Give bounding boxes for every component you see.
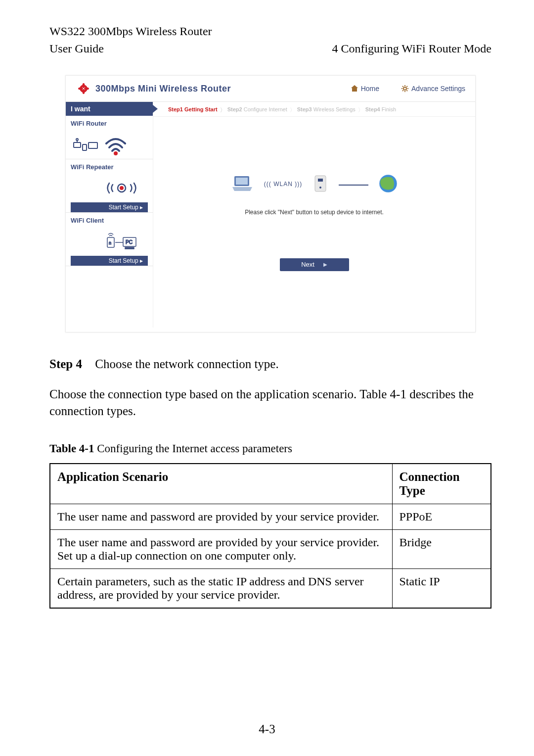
- svg-point-16: [120, 186, 124, 190]
- wifi-router-label: WiFi Router: [71, 120, 148, 127]
- wlan-text: ((( WLAN ))): [264, 181, 302, 188]
- paragraph: Choose the connection type based on the …: [49, 386, 491, 420]
- svg-rect-26: [318, 179, 323, 182]
- table-row: The user name and password are provided …: [50, 504, 491, 529]
- svg-point-13: [76, 139, 78, 141]
- svg-text:PC: PC: [126, 239, 133, 245]
- start-setup-repeater[interactable]: Start Setup ▸: [71, 202, 148, 212]
- guide-label: User Guide: [49, 42, 104, 55]
- sidebar-mode-wifi-router[interactable]: WiFi Router: [66, 116, 153, 159]
- chevron-right-icon: ▶: [323, 258, 327, 271]
- wifi-client-label: WiFi Client: [71, 217, 148, 224]
- topology-illustration: ((( WLAN ))): [230, 174, 398, 195]
- start-setup-label: Start Setup ▸: [109, 257, 143, 264]
- instruction-text: Please click "Next" button to setup devi…: [245, 209, 384, 216]
- table-header-scenario: Application Scenario: [50, 464, 392, 504]
- wifi-repeater-label: WiFi Repeater: [71, 163, 148, 171]
- advance-settings-label: Advance Settings: [411, 85, 465, 93]
- next-button[interactable]: Next ▶: [280, 258, 349, 271]
- sidebar-mode-wifi-client[interactable]: WiFi Client nPC Start Setup ▸: [66, 213, 153, 266]
- connection-line-icon: [339, 181, 368, 188]
- client-icon: nPC: [98, 232, 143, 251]
- router-ui-screenshot: 300Mbps Mini Wireless Router Home Advanc…: [65, 75, 476, 332]
- huawei-logo-icon: [78, 83, 89, 94]
- sidebar-mode-wifi-repeater[interactable]: WiFi Repeater Start Setup ▸: [66, 159, 153, 213]
- svg-rect-25: [315, 176, 326, 191]
- chapter-label: 4 Configuring WiFi Router Mode: [332, 42, 491, 55]
- svg-point-27: [319, 187, 321, 189]
- wizard-step-2[interactable]: Step2 Configure Internet: [222, 106, 292, 112]
- home-link[interactable]: Home: [351, 85, 379, 93]
- step-label: Step 4: [49, 357, 82, 371]
- sidebar-heading: I want: [66, 102, 153, 116]
- table-row: Certain parameters, such as the static I…: [50, 568, 491, 608]
- connection-types-table: Application Scenario Connection Type The…: [49, 463, 491, 609]
- table-row: The user name and password are provided …: [50, 529, 491, 568]
- product-title: WS322 300Mbps Wireless Router: [49, 25, 491, 38]
- table-caption-text: Configuring the Internet access paramete…: [94, 442, 292, 455]
- wizard-steps: Step1 Getting Start Step2 Configure Inte…: [153, 102, 475, 117]
- advance-settings-link[interactable]: Advance Settings: [401, 85, 465, 93]
- svg-rect-21: [125, 247, 134, 249]
- router-ui-title: 300Mbps Mini Wireless Router: [95, 84, 345, 94]
- start-setup-client[interactable]: Start Setup ▸: [71, 256, 148, 266]
- wizard-step-4[interactable]: Step4 Finish: [360, 106, 401, 112]
- svg-rect-11: [89, 142, 97, 148]
- globe-icon: [378, 174, 398, 195]
- svg-rect-9: [74, 142, 81, 147]
- router-device-icon: [312, 174, 329, 195]
- table-caption-number: Table 4-1: [49, 442, 94, 455]
- wifi-icon: [103, 134, 128, 155]
- wizard-step-3[interactable]: Step3 Wireless Settings: [292, 106, 360, 112]
- svg-point-8: [403, 87, 406, 90]
- svg-rect-10: [83, 144, 87, 150]
- repeater-icon: [104, 179, 139, 197]
- wizard-step-1[interactable]: Step1 Getting Start: [163, 106, 222, 112]
- svg-text:n: n: [109, 240, 111, 245]
- gear-icon: [401, 85, 409, 93]
- next-button-label: Next: [301, 258, 314, 271]
- step-text: Choose the network connection type.: [95, 357, 278, 371]
- laptop-icon: [230, 174, 254, 194]
- page-number: 4-3: [0, 722, 534, 736]
- devices-icon: [73, 137, 100, 153]
- sidebar: I want WiFi Router WiFi Repeater: [66, 102, 153, 328]
- table-caption: Table 4-1 Configuring the Internet acces…: [49, 442, 491, 455]
- svg-rect-24: [236, 178, 248, 185]
- svg-point-14: [114, 151, 118, 155]
- main-panel: Step1 Getting Start Step2 Configure Inte…: [153, 102, 475, 328]
- start-setup-label: Start Setup ▸: [109, 204, 143, 211]
- table-header-connection: Connection Type: [392, 464, 491, 504]
- home-icon: [351, 85, 358, 93]
- step-line: Step 4 Choose the network connection typ…: [49, 357, 491, 371]
- home-label: Home: [361, 85, 379, 93]
